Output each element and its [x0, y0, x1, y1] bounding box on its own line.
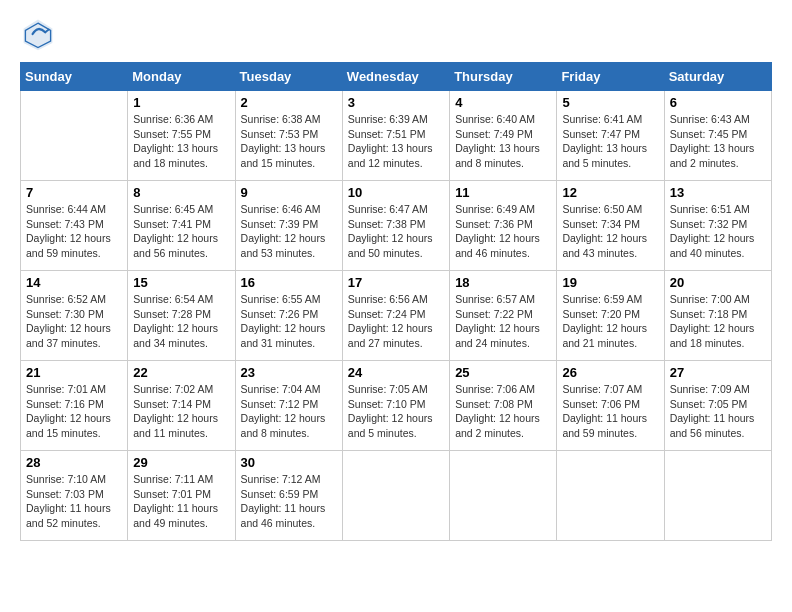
calendar-cell: 13Sunrise: 6:51 AM Sunset: 7:32 PM Dayli…	[664, 181, 771, 271]
calendar-cell: 19Sunrise: 6:59 AM Sunset: 7:20 PM Dayli…	[557, 271, 664, 361]
day-info: Sunrise: 6:43 AM Sunset: 7:45 PM Dayligh…	[670, 112, 766, 171]
day-number: 3	[348, 95, 444, 110]
calendar-cell	[342, 451, 449, 541]
calendar-cell: 3Sunrise: 6:39 AM Sunset: 7:51 PM Daylig…	[342, 91, 449, 181]
calendar-week-3: 14Sunrise: 6:52 AM Sunset: 7:30 PM Dayli…	[21, 271, 772, 361]
day-info: Sunrise: 7:04 AM Sunset: 7:12 PM Dayligh…	[241, 382, 337, 441]
column-header-tuesday: Tuesday	[235, 63, 342, 91]
calendar-cell: 18Sunrise: 6:57 AM Sunset: 7:22 PM Dayli…	[450, 271, 557, 361]
day-info: Sunrise: 7:11 AM Sunset: 7:01 PM Dayligh…	[133, 472, 229, 531]
calendar-cell: 16Sunrise: 6:55 AM Sunset: 7:26 PM Dayli…	[235, 271, 342, 361]
day-number: 18	[455, 275, 551, 290]
calendar-cell: 5Sunrise: 6:41 AM Sunset: 7:47 PM Daylig…	[557, 91, 664, 181]
day-info: Sunrise: 6:40 AM Sunset: 7:49 PM Dayligh…	[455, 112, 551, 171]
day-info: Sunrise: 6:46 AM Sunset: 7:39 PM Dayligh…	[241, 202, 337, 261]
day-number: 6	[670, 95, 766, 110]
logo-icon	[20, 16, 56, 52]
day-info: Sunrise: 6:44 AM Sunset: 7:43 PM Dayligh…	[26, 202, 122, 261]
day-info: Sunrise: 6:39 AM Sunset: 7:51 PM Dayligh…	[348, 112, 444, 171]
calendar-cell: 24Sunrise: 7:05 AM Sunset: 7:10 PM Dayli…	[342, 361, 449, 451]
day-info: Sunrise: 6:45 AM Sunset: 7:41 PM Dayligh…	[133, 202, 229, 261]
day-number: 22	[133, 365, 229, 380]
column-header-sunday: Sunday	[21, 63, 128, 91]
day-number: 20	[670, 275, 766, 290]
day-info: Sunrise: 7:10 AM Sunset: 7:03 PM Dayligh…	[26, 472, 122, 531]
calendar-cell: 10Sunrise: 6:47 AM Sunset: 7:38 PM Dayli…	[342, 181, 449, 271]
calendar-cell: 26Sunrise: 7:07 AM Sunset: 7:06 PM Dayli…	[557, 361, 664, 451]
calendar-cell	[557, 451, 664, 541]
calendar-cell: 8Sunrise: 6:45 AM Sunset: 7:41 PM Daylig…	[128, 181, 235, 271]
day-number: 19	[562, 275, 658, 290]
day-number: 30	[241, 455, 337, 470]
day-info: Sunrise: 7:00 AM Sunset: 7:18 PM Dayligh…	[670, 292, 766, 351]
day-number: 26	[562, 365, 658, 380]
column-header-thursday: Thursday	[450, 63, 557, 91]
day-number: 17	[348, 275, 444, 290]
day-number: 10	[348, 185, 444, 200]
day-number: 8	[133, 185, 229, 200]
calendar-cell: 9Sunrise: 6:46 AM Sunset: 7:39 PM Daylig…	[235, 181, 342, 271]
day-number: 15	[133, 275, 229, 290]
column-header-monday: Monday	[128, 63, 235, 91]
day-number: 25	[455, 365, 551, 380]
day-info: Sunrise: 6:36 AM Sunset: 7:55 PM Dayligh…	[133, 112, 229, 171]
logo	[20, 16, 60, 52]
day-info: Sunrise: 7:07 AM Sunset: 7:06 PM Dayligh…	[562, 382, 658, 441]
column-header-wednesday: Wednesday	[342, 63, 449, 91]
day-number: 27	[670, 365, 766, 380]
calendar-week-4: 21Sunrise: 7:01 AM Sunset: 7:16 PM Dayli…	[21, 361, 772, 451]
calendar-cell: 20Sunrise: 7:00 AM Sunset: 7:18 PM Dayli…	[664, 271, 771, 361]
day-number: 14	[26, 275, 122, 290]
day-info: Sunrise: 6:38 AM Sunset: 7:53 PM Dayligh…	[241, 112, 337, 171]
calendar-cell: 1Sunrise: 6:36 AM Sunset: 7:55 PM Daylig…	[128, 91, 235, 181]
day-info: Sunrise: 6:59 AM Sunset: 7:20 PM Dayligh…	[562, 292, 658, 351]
day-number: 21	[26, 365, 122, 380]
day-info: Sunrise: 6:56 AM Sunset: 7:24 PM Dayligh…	[348, 292, 444, 351]
day-info: Sunrise: 7:12 AM Sunset: 6:59 PM Dayligh…	[241, 472, 337, 531]
day-number: 5	[562, 95, 658, 110]
calendar-cell	[450, 451, 557, 541]
day-number: 4	[455, 95, 551, 110]
day-info: Sunrise: 7:02 AM Sunset: 7:14 PM Dayligh…	[133, 382, 229, 441]
calendar-week-1: 1Sunrise: 6:36 AM Sunset: 7:55 PM Daylig…	[21, 91, 772, 181]
day-info: Sunrise: 7:01 AM Sunset: 7:16 PM Dayligh…	[26, 382, 122, 441]
day-number: 29	[133, 455, 229, 470]
day-number: 13	[670, 185, 766, 200]
column-header-friday: Friday	[557, 63, 664, 91]
calendar-cell: 15Sunrise: 6:54 AM Sunset: 7:28 PM Dayli…	[128, 271, 235, 361]
calendar-header-row: SundayMondayTuesdayWednesdayThursdayFrid…	[21, 63, 772, 91]
calendar-cell: 4Sunrise: 6:40 AM Sunset: 7:49 PM Daylig…	[450, 91, 557, 181]
day-info: Sunrise: 6:55 AM Sunset: 7:26 PM Dayligh…	[241, 292, 337, 351]
page-header	[20, 16, 772, 52]
calendar-cell: 12Sunrise: 6:50 AM Sunset: 7:34 PM Dayli…	[557, 181, 664, 271]
calendar-cell: 7Sunrise: 6:44 AM Sunset: 7:43 PM Daylig…	[21, 181, 128, 271]
day-number: 9	[241, 185, 337, 200]
calendar-cell: 23Sunrise: 7:04 AM Sunset: 7:12 PM Dayli…	[235, 361, 342, 451]
day-number: 12	[562, 185, 658, 200]
day-info: Sunrise: 6:51 AM Sunset: 7:32 PM Dayligh…	[670, 202, 766, 261]
calendar-cell: 28Sunrise: 7:10 AM Sunset: 7:03 PM Dayli…	[21, 451, 128, 541]
svg-marker-0	[24, 20, 53, 51]
day-number: 24	[348, 365, 444, 380]
day-info: Sunrise: 6:47 AM Sunset: 7:38 PM Dayligh…	[348, 202, 444, 261]
calendar-cell: 6Sunrise: 6:43 AM Sunset: 7:45 PM Daylig…	[664, 91, 771, 181]
calendar-cell: 25Sunrise: 7:06 AM Sunset: 7:08 PM Dayli…	[450, 361, 557, 451]
day-info: Sunrise: 7:09 AM Sunset: 7:05 PM Dayligh…	[670, 382, 766, 441]
day-number: 7	[26, 185, 122, 200]
calendar-cell: 11Sunrise: 6:49 AM Sunset: 7:36 PM Dayli…	[450, 181, 557, 271]
calendar-week-5: 28Sunrise: 7:10 AM Sunset: 7:03 PM Dayli…	[21, 451, 772, 541]
calendar-cell: 22Sunrise: 7:02 AM Sunset: 7:14 PM Dayli…	[128, 361, 235, 451]
calendar-cell: 30Sunrise: 7:12 AM Sunset: 6:59 PM Dayli…	[235, 451, 342, 541]
calendar-cell: 21Sunrise: 7:01 AM Sunset: 7:16 PM Dayli…	[21, 361, 128, 451]
day-number: 28	[26, 455, 122, 470]
day-info: Sunrise: 6:54 AM Sunset: 7:28 PM Dayligh…	[133, 292, 229, 351]
calendar-table: SundayMondayTuesdayWednesdayThursdayFrid…	[20, 62, 772, 541]
day-info: Sunrise: 6:57 AM Sunset: 7:22 PM Dayligh…	[455, 292, 551, 351]
calendar-cell: 29Sunrise: 7:11 AM Sunset: 7:01 PM Dayli…	[128, 451, 235, 541]
day-info: Sunrise: 6:49 AM Sunset: 7:36 PM Dayligh…	[455, 202, 551, 261]
calendar-cell: 2Sunrise: 6:38 AM Sunset: 7:53 PM Daylig…	[235, 91, 342, 181]
day-number: 2	[241, 95, 337, 110]
day-number: 23	[241, 365, 337, 380]
day-info: Sunrise: 7:06 AM Sunset: 7:08 PM Dayligh…	[455, 382, 551, 441]
calendar-cell: 14Sunrise: 6:52 AM Sunset: 7:30 PM Dayli…	[21, 271, 128, 361]
